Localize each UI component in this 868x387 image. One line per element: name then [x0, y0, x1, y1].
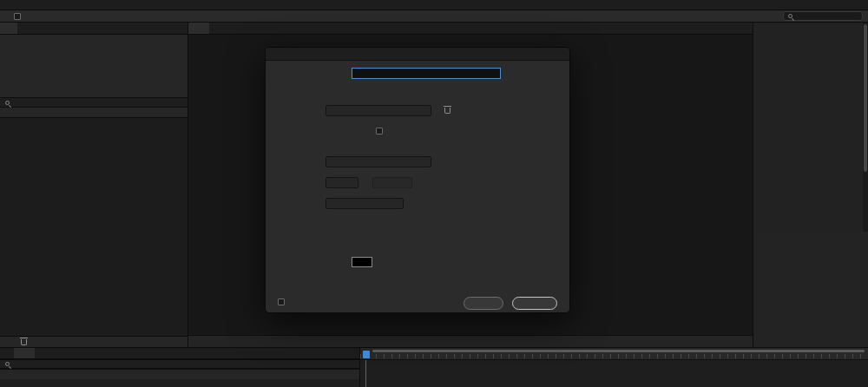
current-time-indicator-line — [365, 360, 366, 387]
start-timecode-row — [276, 216, 559, 228]
dropframe-dropdown — [372, 177, 412, 188]
layer-list-area[interactable] — [0, 379, 359, 387]
project-preview-area — [0, 35, 187, 97]
resolution-dropdown[interactable] — [326, 198, 404, 209]
tab-render-queue[interactable] — [0, 348, 14, 358]
composition-name-row — [276, 67, 559, 79]
tab-composition[interactable] — [188, 23, 209, 34]
playhead[interactable] — [363, 351, 370, 358]
background-color-row — [276, 256, 559, 268]
effects-and-presets-panel — [753, 23, 868, 347]
project-search-input[interactable] — [0, 97, 187, 108]
project-item-list[interactable] — [0, 118, 187, 336]
cancel-button[interactable] — [464, 297, 503, 310]
time-navigator-bar[interactable] — [372, 350, 865, 352]
ok-button[interactable] — [512, 297, 557, 310]
pixel-aspect-dropdown[interactable] — [326, 156, 431, 167]
tab-project[interactable] — [0, 23, 17, 34]
toolbar — [0, 10, 868, 23]
time-ruler[interactable] — [360, 348, 868, 360]
preset-row — [276, 104, 559, 116]
dialog-title — [266, 48, 569, 61]
after-effects-window — [0, 0, 868, 387]
timeline-panel[interactable] — [360, 347, 868, 387]
search-icon — [5, 101, 10, 105]
resolution-row — [276, 197, 559, 209]
project-panel-footer — [0, 336, 187, 347]
search-icon — [5, 362, 10, 366]
project-panel — [0, 23, 187, 347]
titlebar — [0, 0, 868, 10]
ruler-ticks — [360, 354, 868, 358]
background-color-swatch[interactable] — [352, 257, 372, 267]
snap-checkbox[interactable] — [14, 13, 21, 20]
search-icon — [788, 14, 792, 18]
tab-effect-controls[interactable] — [17, 23, 31, 34]
framerate-dropdown[interactable] — [326, 177, 358, 188]
effects-category-list — [753, 23, 868, 232]
timeline-search-input[interactable] — [0, 359, 359, 369]
timeline-column-headers — [0, 369, 359, 379]
project-column-headers — [0, 108, 187, 118]
preview-toggle-row — [278, 298, 288, 305]
composition-settings-dialog — [265, 47, 570, 313]
pixel-aspect-row — [276, 155, 559, 167]
height-row — [276, 137, 559, 149]
help-search-input[interactable] — [783, 11, 863, 21]
duration-row — [276, 235, 559, 247]
tab-layer[interactable] — [209, 23, 223, 34]
composition-name-input[interactable] — [352, 68, 501, 79]
lock-aspect-checkbox[interactable] — [376, 128, 383, 134]
tab-timeline-none[interactable] — [14, 348, 35, 358]
preview-checkbox[interactable] — [278, 298, 285, 305]
framerate-row — [276, 176, 559, 188]
lock-aspect-row — [376, 125, 490, 137]
delete-preset-icon[interactable] — [444, 108, 450, 114]
scrollbar-track[interactable] — [863, 23, 868, 232]
timeline-left-panel — [0, 347, 359, 387]
trash-icon[interactable] — [21, 339, 27, 345]
scrollbar-thumb[interactable] — [864, 24, 867, 172]
viewer-footer — [188, 335, 753, 347]
preset-dropdown[interactable] — [326, 105, 431, 116]
